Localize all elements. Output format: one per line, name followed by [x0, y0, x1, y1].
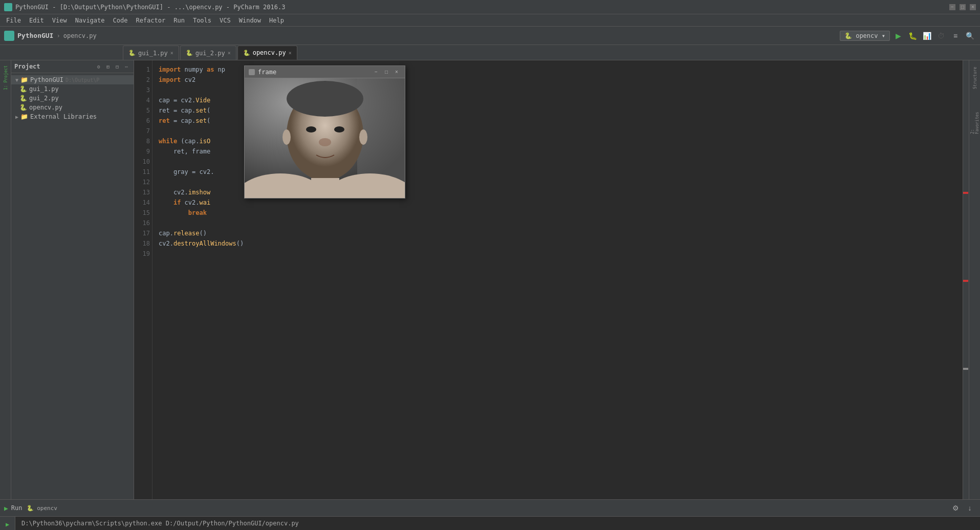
menu-view[interactable]: View — [48, 16, 71, 25]
menu-code[interactable]: Code — [109, 16, 132, 25]
run-config-value: opencv — [856, 32, 878, 39]
line-numbers: 12345 678910 1112131415 16171819 — [134, 60, 153, 499]
search-everywhere-button[interactable]: 🔍 — [964, 30, 976, 42]
tab-gui2-close[interactable]: × — [228, 50, 231, 56]
tree-item-opencv[interactable]: 🐍 opencv.py — [11, 103, 134, 112]
face-svg — [245, 78, 405, 198]
title-bar: PythonGUI - [D:\Output\Python\PythonGUI]… — [0, 0, 980, 14]
sidebar-tree: ▼ 📁 PythonGUI D:\Output\P 🐍 gui_1.py 🐍 g… — [11, 73, 134, 499]
breadcrumb-separator: › — [56, 32, 60, 39]
editor-right-gutter — [963, 60, 969, 499]
run-tools-button[interactable]: ≡ — [949, 30, 962, 42]
sidebar-settings-icon[interactable]: ⚙ — [95, 62, 103, 71]
warning-indicator — [963, 368, 968, 370]
run-rerun-icon[interactable]: ▶ — [2, 519, 13, 530]
window-controls: − □ × — [949, 4, 976, 10]
floating-maximize-button[interactable]: □ — [382, 69, 390, 76]
tree-folder-icon-pythongui: 📁 — [20, 76, 28, 83]
tab-gui1-close[interactable]: × — [170, 50, 173, 56]
error-indicator-2 — [963, 280, 968, 282]
tree-arrow-pythongui: ▼ — [15, 77, 18, 83]
run-download-button[interactable]: ↓ — [964, 502, 976, 514]
close-button[interactable]: × — [970, 4, 976, 10]
run-config: 🐍 opencv ▾ ▶ 🐛 📊 ⏱ ≡ 🔍 — [840, 30, 976, 42]
tab-opencv-icon: 🐍 — [243, 50, 250, 56]
run-output: D:\Python36\pycharm\Scripts\python.exe D… — [15, 517, 980, 530]
tree-path-pythongui: D:\Output\P — [66, 77, 99, 83]
sidebar-collapse-icon[interactable]: ⊟ — [113, 62, 121, 71]
menu-file[interactable]: File — [2, 16, 25, 25]
sidebar-more-icon[interactable]: ⋯ — [122, 62, 130, 71]
run-command-text: D:\Python36\pycharm\Scripts\python.exe D… — [21, 520, 974, 527]
floating-window-titlebar: frame − □ × — [245, 66, 405, 78]
main-area: 1: Project Project ⚙ ⊞ ⊟ ⋯ ▼ 📁 PythonGUI… — [0, 60, 980, 499]
floating-window-title-text: frame — [258, 69, 276, 76]
structure-tab[interactable]: Structure — [970, 62, 979, 93]
tab-opencv[interactable]: 🐍 opencv.py × — [237, 46, 297, 60]
tree-label-gui1: gui_1.py — [29, 85, 59, 93]
minimize-button[interactable]: − — [949, 4, 955, 10]
menu-edit[interactable]: Edit — [25, 16, 48, 25]
project-toolbar: PythonGUI › opencv.py 🐍 opencv ▾ ▶ 🐛 📊 ⏱… — [0, 27, 980, 45]
floating-window-controls: − □ × — [372, 69, 401, 76]
tab-gui1-label: gui_1.py — [138, 50, 168, 57]
menu-help[interactable]: Help — [265, 16, 288, 25]
profile-button[interactable]: ⏱ — [935, 30, 947, 42]
svg-point-7 — [282, 129, 291, 145]
run-panel-content: ▶ ↑ ■ ↓ ⏸ ↔ 📊 📜 D:\Python36\pycharm\Scri… — [0, 517, 980, 530]
svg-point-3 — [287, 81, 363, 117]
tree-label-external: External Libraries — [30, 113, 97, 120]
sidebar-expand-icon[interactable]: ⊞ — [104, 62, 112, 71]
run-settings-button[interactable]: ⚙ — [949, 502, 962, 514]
tree-py-icon-opencv: 🐍 — [19, 104, 27, 111]
run-config-arrow: ▾ — [882, 32, 885, 39]
svg-point-5 — [334, 126, 344, 132]
favorites-tab[interactable]: 2: Favorites — [970, 104, 979, 135]
tab-gui2[interactable]: 🐍 gui_2.py × — [180, 46, 236, 60]
tree-item-gui2[interactable]: 🐍 gui_2.py — [11, 94, 134, 103]
menu-window[interactable]: Window — [235, 16, 265, 25]
run-icon: ▶ — [4, 504, 8, 512]
tree-item-gui1[interactable]: 🐍 gui_1.py — [11, 84, 134, 94]
sidebar: Project ⚙ ⊞ ⊟ ⋯ ▼ 📁 PythonGUI D:\Output\… — [11, 60, 134, 499]
project-icon — [4, 31, 14, 41]
project-logo: PythonGUI — [4, 31, 53, 41]
project-panel-icon[interactable]: 1: Project — [1, 62, 10, 93]
svg-point-6 — [319, 138, 331, 146]
project-name: PythonGUI — [17, 32, 53, 39]
menu-refactor[interactable]: Refactor — [132, 16, 169, 25]
tree-label-opencv: opencv.py — [29, 104, 62, 111]
floating-window-content — [245, 78, 405, 198]
title-bar-text: PythonGUI - [D:\Output\Python\PythonGUI]… — [15, 4, 285, 11]
debug-button[interactable]: 🐛 — [906, 30, 919, 42]
menu-navigate[interactable]: Navigate — [71, 16, 109, 25]
run-config-dropdown[interactable]: 🐍 opencv ▾ — [840, 31, 890, 41]
editor-area[interactable]: 12345 678910 1112131415 16171819 import … — [134, 60, 969, 499]
tree-folder-icon-external: 📁 — [20, 113, 28, 120]
svg-point-8 — [359, 129, 367, 145]
tabs-bar: 🐍 gui_1.py × 🐍 gui_2.py × 🐍 opencv.py × — [0, 45, 980, 60]
run-side-icons: ▶ ↑ ■ ↓ ⏸ ↔ 📊 📜 — [0, 517, 15, 530]
project-file-tab[interactable]: opencv.py — [63, 32, 97, 39]
floating-close-button[interactable]: × — [393, 69, 401, 76]
tab-gui1[interactable]: 🐍 gui_1.py × — [123, 46, 179, 60]
menu-vcs[interactable]: VCS — [215, 16, 235, 25]
floating-minimize-button[interactable]: − — [372, 69, 380, 76]
floating-window-app-icon — [249, 69, 255, 75]
maximize-button[interactable]: □ — [960, 4, 966, 10]
tab-gui2-label: gui_2.py — [195, 50, 225, 57]
tab-opencv-close[interactable]: × — [289, 50, 292, 56]
sidebar-header: Project ⚙ ⊞ ⊟ ⋯ — [11, 60, 134, 73]
run-button[interactable]: ▶ — [892, 30, 904, 42]
tree-item-pythongui[interactable]: ▼ 📁 PythonGUI D:\Output\P — [11, 75, 134, 84]
tree-label-pythongui: PythonGUI — [30, 76, 63, 83]
floating-frame-window[interactable]: frame − □ × — [244, 65, 405, 198]
face-image — [245, 78, 405, 198]
run-panel-title: Run — [11, 504, 23, 512]
coverage-button[interactable]: 📊 — [921, 30, 933, 42]
tree-label-gui2: gui_2.py — [29, 95, 59, 102]
tree-item-external[interactable]: ▶ 📁 External Libraries — [11, 112, 134, 121]
menu-tools[interactable]: Tools — [189, 16, 215, 25]
menu-run[interactable]: Run — [169, 16, 189, 25]
tab-opencv-label: opencv.py — [253, 49, 286, 56]
